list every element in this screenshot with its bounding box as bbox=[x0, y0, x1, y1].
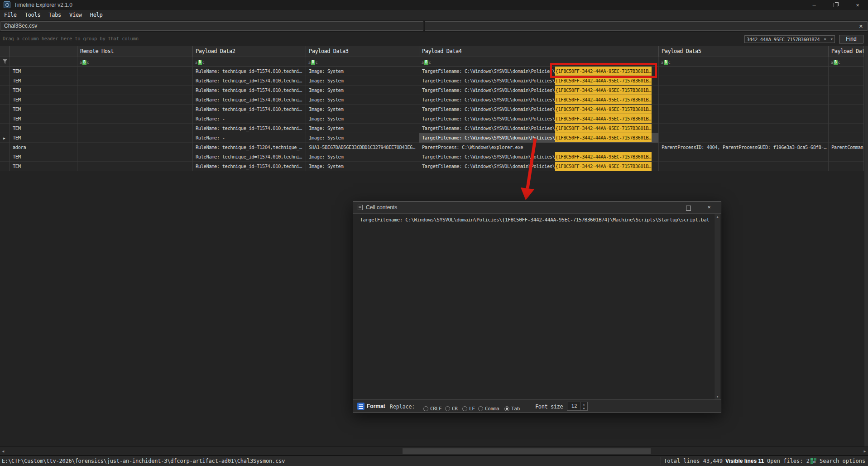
grid-cell[interactable]: RuleName: technique_id=T1574.010,techni… bbox=[193, 105, 306, 114]
grid-cell[interactable]: RuleName: technique_id=T1574.010,techni… bbox=[193, 67, 306, 76]
replace-option-crlf[interactable]: CRLF bbox=[423, 404, 441, 412]
grid-cell[interactable]: RuleName: technique_id=T1574.010,techni… bbox=[193, 162, 306, 171]
dialog-title-bar[interactable]: Cell contents ✕ bbox=[353, 202, 721, 213]
format-button[interactable]: Format bbox=[367, 403, 385, 409]
grid-cell[interactable]: Image: System bbox=[306, 76, 419, 86]
grid-cell[interactable] bbox=[829, 67, 864, 76]
grid-cell[interactable] bbox=[829, 86, 864, 95]
grid-cell[interactable]: TargetFilename: C:\Windows\SYSVOL\domain… bbox=[419, 95, 659, 105]
table-row[interactable]: TEMRuleName: technique_id=T1574.010,tech… bbox=[0, 95, 864, 105]
filter-cell[interactable]: aBc bbox=[306, 57, 419, 67]
table-row[interactable]: TEMRuleName: -Image: SystemTargetFilenam… bbox=[0, 114, 864, 124]
menu-item-tabs[interactable]: Tabs bbox=[44, 12, 65, 18]
restore-button[interactable] bbox=[829, 0, 843, 10]
tab-chal3sec[interactable]: Chal3Sec.csv bbox=[0, 21, 423, 31]
column-header-remote-host[interactable]: Remote Host bbox=[77, 46, 193, 57]
table-row[interactable]: TEMRuleName: technique_id=T1574.010,tech… bbox=[0, 152, 864, 162]
grid-cell[interactable]: SHA1=5BE67DAD56E33CDBD1C327948EE70D43E6… bbox=[306, 143, 419, 152]
grid-cell[interactable]: TargetFilename: C:\Windows\SYSVOL\domain… bbox=[419, 86, 659, 95]
grid-cell[interactable]: TargetFilename: C:\Windows\SYSVOL\domain… bbox=[419, 114, 659, 124]
minimize-button[interactable]: — bbox=[807, 0, 821, 10]
grid-cell[interactable] bbox=[829, 76, 864, 86]
table-row[interactable]: TEMRuleName: technique_id=T1574.010,tech… bbox=[0, 124, 864, 133]
column-header-unnamed[interactable] bbox=[10, 46, 77, 57]
grid-cell[interactable] bbox=[77, 67, 193, 76]
tab-close-icon[interactable]: ✕ bbox=[859, 23, 863, 30]
table-row[interactable]: TEMRuleName: technique_id=T1574.010,tech… bbox=[0, 105, 864, 114]
replace-option-comma[interactable]: Comma bbox=[478, 404, 499, 412]
grid-cell[interactable] bbox=[659, 133, 829, 143]
grid-cell[interactable]: TEM bbox=[10, 76, 77, 86]
spinner-up-icon[interactable]: ▲ bbox=[581, 403, 587, 406]
grid-cell[interactable]: RuleName: technique_id=T1574.010,techni… bbox=[193, 152, 306, 162]
table-row[interactable]: TEMRuleName: technique_id=T1574.010,tech… bbox=[0, 162, 864, 171]
grid-cell[interactable] bbox=[659, 124, 829, 133]
grid-cell[interactable]: TEM bbox=[10, 162, 77, 171]
scroll-left-icon[interactable]: ◀ bbox=[0, 448, 6, 455]
grid-cell[interactable]: TEM bbox=[10, 152, 77, 162]
grid-cell[interactable]: RuleName: - bbox=[193, 114, 306, 124]
grid-cell[interactable]: Image: System bbox=[306, 67, 419, 76]
grid-cell[interactable]: TEM bbox=[10, 86, 77, 95]
menu-item-view[interactable]: View bbox=[65, 12, 86, 18]
grid-cell[interactable]: ParentProcessID: 4004, ParentProcessGUID… bbox=[659, 143, 829, 152]
menu-item-tools[interactable]: Tools bbox=[21, 12, 45, 18]
grid-cell[interactable] bbox=[77, 114, 193, 124]
find-button[interactable]: Find bbox=[839, 35, 863, 43]
column-header-payload-data5[interactable]: Payload Data5 bbox=[659, 46, 829, 57]
grid-cell[interactable]: Image: System bbox=[306, 105, 419, 114]
grid-cell[interactable] bbox=[829, 162, 864, 171]
table-row[interactable]: ▶TEMRuleName: -Image: SystemTargetFilena… bbox=[0, 133, 864, 143]
grid-cell[interactable] bbox=[77, 95, 193, 105]
grid-cell[interactable]: RuleName: - bbox=[193, 133, 306, 143]
grid-cell[interactable]: Image: System bbox=[306, 152, 419, 162]
dialog-content-area[interactable]: TargetFilename: C:\Windows\SYSVOL\domain… bbox=[353, 213, 721, 399]
grid-cell[interactable] bbox=[77, 152, 193, 162]
column-header-payload-data2[interactable]: Payload Data2 bbox=[193, 46, 306, 57]
replace-option-cr[interactable]: CR bbox=[445, 404, 458, 412]
scroll-down-icon[interactable]: ▼ bbox=[715, 395, 720, 399]
grid-cell[interactable]: Image: System bbox=[306, 133, 419, 143]
grid-cell[interactable] bbox=[829, 95, 864, 105]
table-row[interactable]: TEMRuleName: technique_id=T1574.010,tech… bbox=[0, 67, 864, 76]
search-options-button[interactable]: Search options bbox=[820, 458, 865, 464]
grid-cell[interactable] bbox=[77, 105, 193, 114]
grid-cell[interactable] bbox=[659, 67, 829, 76]
horizontal-scrollbar[interactable]: ◀ ▶ bbox=[0, 447, 868, 455]
grid-cell[interactable] bbox=[659, 76, 829, 86]
search-box[interactable]: ✕ ▼ bbox=[744, 35, 835, 43]
dialog-scrollbar[interactable]: ▲ ▼ bbox=[714, 214, 720, 399]
dialog-close-button[interactable]: ✕ bbox=[705, 203, 713, 211]
replace-option-lf[interactable]: LF bbox=[462, 404, 475, 412]
grid-cell[interactable]: RuleName: technique_id=T1574.010,techni… bbox=[193, 76, 306, 86]
grid-cell[interactable]: TEM bbox=[10, 105, 77, 114]
grid-cell[interactable]: RuleName: technique_id=T1574.010,techni… bbox=[193, 86, 306, 95]
grid-cell[interactable] bbox=[829, 114, 864, 124]
dialog-maximize-button[interactable] bbox=[684, 204, 692, 211]
table-row[interactable]: TEMRuleName: technique_id=T1574.010,tech… bbox=[0, 86, 864, 95]
scroll-right-icon[interactable]: ▶ bbox=[862, 448, 868, 455]
grid-vertical-scrollbar[interactable] bbox=[864, 46, 868, 447]
grid-cell[interactable]: TargetFilename: C:\Windows\SYSVOL\domain… bbox=[419, 105, 659, 114]
scrollbar-thumb[interactable] bbox=[403, 448, 651, 454]
grid-cell[interactable] bbox=[659, 95, 829, 105]
grid-cell[interactable] bbox=[659, 152, 829, 162]
grid-cell[interactable]: Image: System bbox=[306, 124, 419, 133]
filter-cell[interactable]: aBc bbox=[77, 57, 193, 67]
column-header-payload-data3[interactable]: Payload Data3 bbox=[306, 46, 419, 57]
scroll-up-icon[interactable]: ▲ bbox=[715, 215, 720, 219]
grid-cell[interactable] bbox=[829, 124, 864, 133]
filter-cell[interactable] bbox=[10, 57, 77, 67]
filter-cell[interactable]: aBc bbox=[829, 57, 864, 67]
table-row[interactable]: TEMRuleName: technique_id=T1574.010,tech… bbox=[0, 76, 864, 86]
column-header-payload-data4[interactable]: Payload Data4 bbox=[419, 46, 659, 57]
filter-cell[interactable]: aBc bbox=[659, 57, 829, 67]
grid-cell[interactable]: TEM bbox=[10, 133, 77, 143]
grid-cell[interactable]: TEM bbox=[10, 114, 77, 124]
grid-cell[interactable]: RuleName: technique_id=T1204,technique_… bbox=[193, 143, 306, 152]
chevron-down-icon[interactable]: ▼ bbox=[831, 38, 833, 41]
menu-item-file[interactable]: File bbox=[0, 12, 21, 18]
table-row[interactable]: adoraRuleName: technique_id=T1204,techni… bbox=[0, 143, 864, 152]
grid-cell[interactable] bbox=[829, 133, 864, 143]
grid-cell[interactable]: adora bbox=[10, 143, 77, 152]
